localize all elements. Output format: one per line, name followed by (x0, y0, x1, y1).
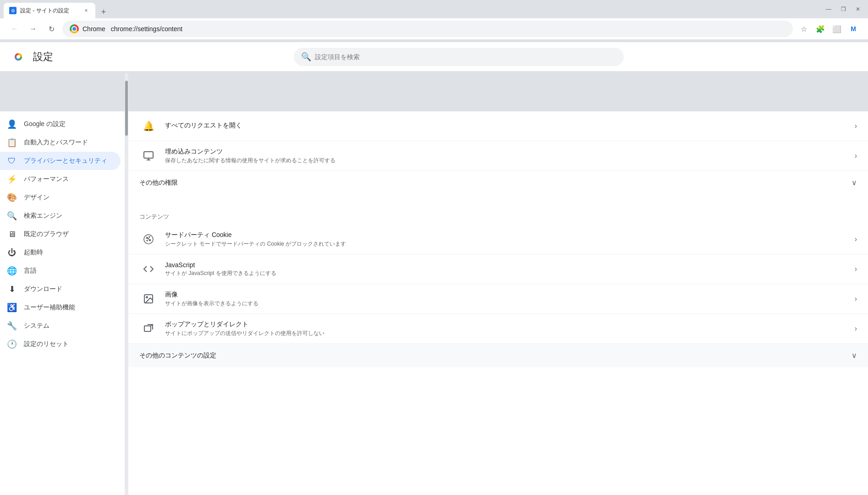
content-section-header: コンテンツ (128, 205, 868, 225)
sidebar-item-design-label: デザイン (24, 193, 49, 202)
notification-icon: 🔔 (139, 117, 158, 135)
shield-icon: 🛡 (7, 156, 16, 165)
list-item-javascript[interactable]: JavaScript サイトが JavaScript を使用できるようにする › (128, 254, 868, 284)
chevron-right-icon-4: › (855, 265, 857, 273)
autofill-icon: 📋 (7, 138, 16, 147)
design-icon: 🎨 (7, 193, 16, 202)
address-input[interactable]: Chrome chrome://settings/content (62, 21, 793, 37)
list-item-all-requests[interactable]: 🔔 すべてのリクエストを開く › (128, 111, 868, 141)
sidebar-item-accessibility-label: ユーザー補助機能 (24, 303, 75, 312)
svg-rect-2 (144, 152, 153, 158)
sidebar-item-privacy-label: プライバシーとセキュリティ (24, 157, 107, 165)
item-title-javascript: JavaScript (165, 261, 855, 269)
item-title-all-requests: すべてのリクエストを開く (165, 121, 855, 130)
item-desc-embedded: 保存したあなたに関する情報の使用をサイトが求めることを許可する (165, 157, 855, 165)
language-icon: 🌐 (7, 266, 16, 275)
reset-icon: 🕐 (7, 340, 16, 349)
item-desc-images: サイトが画像を表示できるようにする (165, 300, 855, 308)
sidebar-item-accessibility[interactable]: ♿ ユーザー補助機能 (0, 298, 121, 317)
system-icon: 🔧 (7, 321, 16, 330)
maximize-button[interactable]: ❐ (837, 3, 850, 16)
content-list: 🔔 すべてのリクエストを開く › 埋め込みコンテンツ (128, 111, 868, 367)
tab-close-button[interactable]: × (82, 7, 90, 14)
settings-search-box[interactable]: 🔍 (294, 48, 624, 66)
sidebar-item-default-browser[interactable]: 🖥 既定のブラウザ (0, 225, 121, 243)
profile-icon[interactable]: M (846, 22, 861, 36)
svg-point-1 (16, 55, 20, 59)
sidebar-item-search-label: 検索エンジン (24, 212, 62, 220)
sidebar-item-system[interactable]: 🔧 システム (0, 317, 121, 335)
search-engine-icon: 🔍 (7, 211, 16, 220)
chevron-right-icon: › (855, 122, 857, 130)
svg-rect-11 (144, 326, 151, 331)
popup-icon (139, 319, 158, 338)
list-item-embedded-content[interactable]: 埋め込みコンテンツ 保存したあなたに関する情報の使用をサイトが求めることを許可す… (128, 141, 868, 171)
chrome-brand: Chrome (82, 25, 105, 33)
item-content-embedded: 埋め込みコンテンツ 保存したあなたに関する情報の使用をサイトが求めることを許可す… (165, 148, 855, 165)
content-area: 👤 Google の設定 📋 自動入力とパスワード 🛡 プライバシーとセキュリテ… (0, 111, 868, 495)
sidebar-item-design[interactable]: 🎨 デザイン (0, 188, 121, 207)
list-item-images[interactable]: 画像 サイトが画像を表示できるようにする › (128, 284, 868, 314)
download-icon: ⬇ (7, 285, 16, 294)
list-item-popups[interactable]: ポップアップとリダイレクト サイトにポップアップの送信やリダイレクトの使用を許可… (128, 314, 868, 344)
tab-title: 設定 - サイトの設定 (20, 7, 79, 15)
google-multicolor-logo (11, 50, 26, 64)
new-tab-button[interactable]: + (97, 6, 110, 18)
tab-favicon: ⚙ (9, 7, 16, 14)
sidebar-item-performance[interactable]: ⚡ パフォーマンス (0, 170, 121, 188)
sidebar-item-autofill[interactable]: 📋 自動入力とパスワード (0, 133, 121, 152)
chrome-logo-icon (70, 24, 79, 33)
url-text: chrome://settings/content (111, 25, 786, 33)
spacer (128, 194, 868, 205)
chevron-right-icon-6: › (855, 324, 857, 333)
other-permissions-header[interactable]: その他の権限 ∨ (128, 171, 868, 194)
svg-point-6 (149, 240, 151, 241)
sidebar-item-privacy[interactable]: 🛡 プライバシーとセキュリティ (0, 152, 121, 170)
toolbar-icons: ☆ 🧩 ⬜ M (797, 22, 861, 36)
bookmark-icon[interactable]: ☆ (797, 22, 811, 36)
address-bar: ← → ↻ Chrome chrome://settings/content ☆… (0, 18, 868, 40)
chevron-right-icon-3: › (855, 235, 857, 243)
app-header: 設定 🔍 (0, 42, 868, 72)
minimize-button[interactable]: — (822, 3, 835, 16)
javascript-icon (139, 260, 158, 278)
sidebar-item-downloads[interactable]: ⬇ ダウンロード (0, 280, 121, 298)
list-item-third-party-cookie[interactable]: サードパーティ Cookie シークレット モードでサードパーティの Cooki… (128, 225, 868, 254)
svg-point-5 (149, 236, 150, 237)
back-button[interactable]: ← (7, 22, 22, 36)
cookie-icon (139, 230, 158, 248)
svg-point-8 (148, 238, 149, 239)
settings-search-input[interactable] (315, 53, 616, 60)
other-content-settings-header[interactable]: その他のコンテンツの設定 ∨ (128, 344, 868, 367)
item-title-popups: ポップアップとリダイレクト (165, 320, 855, 329)
sidebar-item-google-label: Google の設定 (24, 120, 66, 128)
person-icon: 👤 (7, 120, 16, 129)
sidebar-item-search[interactable]: 🔍 検索エンジン (0, 207, 121, 225)
sidebar-toggle-icon[interactable]: ⬜ (830, 22, 844, 36)
sidebar-item-google[interactable]: 👤 Google の設定 (0, 115, 121, 133)
main-content: 🔔 すべてのリクエストを開く › 埋め込みコンテンツ (128, 111, 868, 495)
refresh-button[interactable]: ↻ (44, 22, 59, 36)
chevron-right-icon-2: › (855, 152, 857, 160)
title-bar: ⚙ 設定 - サイトの設定 × + — ❐ ✕ (0, 0, 868, 18)
item-desc-popups: サイトにポップアップの送信やリダイレクトの使用を許可しない (165, 330, 855, 337)
svg-point-7 (147, 240, 148, 241)
search-icon: 🔍 (301, 52, 311, 62)
sidebar-item-language[interactable]: 🌐 言語 (0, 262, 121, 280)
close-button[interactable]: ✕ (852, 3, 864, 16)
sidebar-item-system-label: システム (24, 322, 49, 330)
chevron-right-icon-5: › (855, 295, 857, 303)
active-tab[interactable]: ⚙ 設定 - サイトの設定 × (4, 3, 95, 18)
extension-icon[interactable]: 🧩 (813, 22, 828, 36)
sidebar-item-startup[interactable]: ⏻ 起動時 (0, 243, 121, 262)
forward-button[interactable]: → (26, 22, 40, 36)
embedded-content-icon (139, 147, 158, 165)
other-permissions-label: その他の権限 (139, 179, 178, 187)
item-content-popups: ポップアップとリダイレクト サイトにポップアップの送信やリダイレクトの使用を許可… (165, 320, 855, 337)
sidebar-item-performance-label: パフォーマンス (24, 175, 69, 183)
tab-bar: ⚙ 設定 - サイトの設定 × + (4, 0, 820, 18)
sidebar-item-reset[interactable]: 🕐 設定のリセット (0, 335, 121, 353)
performance-icon: ⚡ (7, 175, 16, 184)
sidebar-item-reset-label: 設定のリセット (24, 340, 69, 348)
image-icon (139, 290, 158, 308)
